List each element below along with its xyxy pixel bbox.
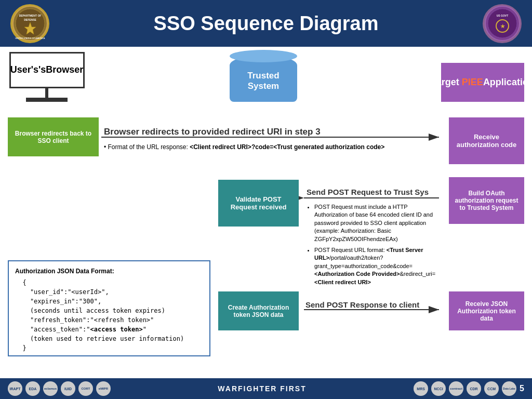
redirect-uri-label: Browser redirects to provided redirect U… (104, 127, 321, 137)
trusted-system-label: Trusted System (247, 71, 279, 91)
monitor-stand (45, 88, 48, 98)
logo-cdr: CDR (467, 381, 481, 396)
svg-text:★: ★ (500, 23, 505, 29)
svg-text:US GOVT: US GOVT (496, 14, 508, 17)
browser-redirects-box: Browser redirects back to SSO client (8, 117, 99, 156)
logo-right: US GOVT ★ (483, 4, 522, 43)
send-response-label: Send POST Response to client (305, 300, 419, 309)
json-title: Authorization JSON Data Format: (15, 267, 203, 276)
send-post-label: Send POST Request to Trust Sys (307, 188, 429, 196)
sequence-diagram: Browser redirects back to SSO client Bro… (5, 107, 527, 362)
svg-text:DEPARTMENT OF: DEPARTMENT OF (19, 14, 41, 17)
receive-auth-box: Receive authorization code (449, 117, 524, 164)
logo-left: DEPARTMENT OF DEFENSE UNITED STATES OF A… (10, 4, 49, 43)
actor-trusted: Trusted System (222, 55, 305, 102)
build-oauth-box: Build OAuth authorization request to Tru… (449, 177, 524, 224)
trusted-system-cylinder: Trusted System (230, 55, 297, 102)
redirect-bullet: • Format of the URL response: <Client re… (104, 142, 431, 152)
svg-text:UNITED STATES OF AMERICA: UNITED STATES OF AMERICA (15, 37, 45, 39)
actors-row: User's'sBrowser Trusted System Target PI… (5, 52, 527, 102)
browser-label: User's'sBrowser (9, 52, 85, 88)
logo-emirp: eMIPR (96, 381, 111, 396)
actor-browser: User's'sBrowser (8, 52, 86, 102)
logo-ccm: CCM (484, 381, 499, 396)
logo-mrs: MRS (414, 381, 428, 396)
footer-title: WARFIGHTER FIRST (218, 384, 306, 393)
logo-irapt: IRAPT (8, 381, 22, 396)
create-auth-box: Create Authorization token JSON data (218, 291, 299, 330)
actor-target: Target PIEE Application (441, 63, 524, 102)
logo-eda: EDA (25, 381, 40, 396)
logo-datalake: Data Lake (502, 381, 516, 396)
logo-contract: contract (449, 381, 463, 396)
page-number: 5 (520, 384, 524, 393)
main-content: User's'sBrowser Trusted System Target PI… (0, 47, 532, 378)
logo-cort: CORT (78, 381, 93, 396)
monitor-base (26, 98, 68, 102)
header: DEPARTMENT OF DEFENSE UNITED STATES OF A… (0, 0, 532, 47)
logo-eclamus: eclamus (43, 381, 58, 396)
footer-logos-left: IRAPT EDA eclamus IUID CORT eMIPR (8, 381, 111, 396)
logo-ncci: NCCI (431, 381, 446, 396)
logo-iuid: IUID (61, 381, 75, 396)
footer-logos-right: MRS NCCI contract CDR CCM Data Lake (414, 381, 516, 396)
post-bullets: POST Request must include a HTTP Authori… (307, 203, 439, 286)
page-title: SSO Sequence Diagram (49, 12, 483, 35)
validate-post-box: Validate POST Request received (218, 180, 299, 227)
footer: IRAPT EDA eclamus IUID CORT eMIPR WARFIG… (0, 378, 532, 399)
receive-json-box: Receive JSON Authorization token data (449, 291, 524, 330)
json-data-box: Authorization JSON Data Format: { "user_… (8, 260, 210, 356)
json-content: { "user_id":"<userId>", "expires_in":"30… (15, 278, 203, 353)
svg-text:DEFENSE: DEFENSE (24, 18, 36, 21)
